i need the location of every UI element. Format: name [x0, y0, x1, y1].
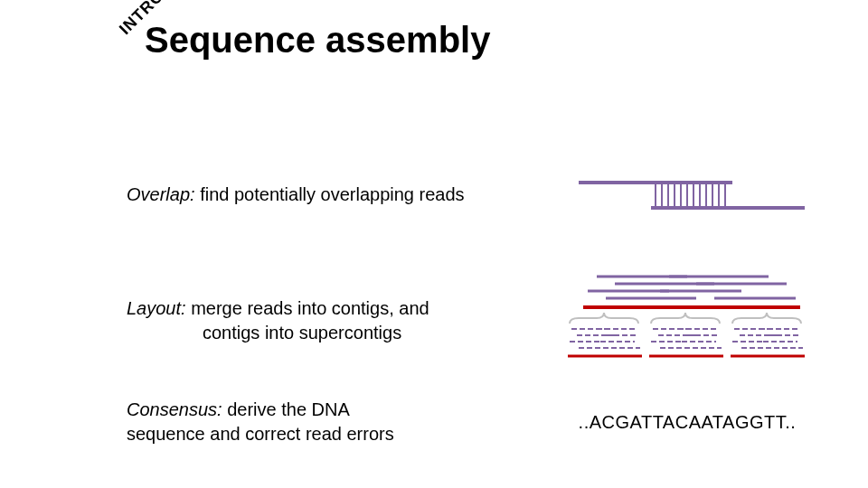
overlap-term: Overlap:: [127, 184, 195, 204]
layout-desc2: contigs into supercontigs: [127, 321, 429, 345]
layout-desc1: merge reads into contigs, and: [191, 298, 429, 318]
slide: INTRO Sequence assembly Overlap: find po…: [0, 0, 868, 488]
consensus-desc2: sequence and correct read errors: [127, 424, 394, 444]
layout-text: Layout: merge reads into contigs, and co…: [127, 296, 429, 345]
overlap-desc: find potentially overlapping reads: [200, 184, 464, 204]
layout-figure: [561, 271, 814, 371]
slide-title: Sequence assembly: [145, 20, 490, 61]
step-layout: Layout: merge reads into contigs, and co…: [127, 271, 814, 371]
consensus-desc1: derive the DNA: [227, 399, 350, 419]
layout-term: Layout:: [127, 298, 186, 318]
consensus-sequence: ..ACGATTACAATAGGTT..: [561, 412, 814, 433]
step-overlap: Overlap: find potentially overlapping re…: [127, 172, 814, 217]
consensus-text: Consensus: derive the DNA sequence and c…: [127, 398, 394, 446]
overlap-figure: [561, 172, 814, 217]
consensus-term: Consensus:: [127, 399, 222, 419]
step-consensus: Consensus: derive the DNA sequence and c…: [127, 398, 814, 446]
overlap-text: Overlap: find potentially overlapping re…: [127, 183, 465, 207]
